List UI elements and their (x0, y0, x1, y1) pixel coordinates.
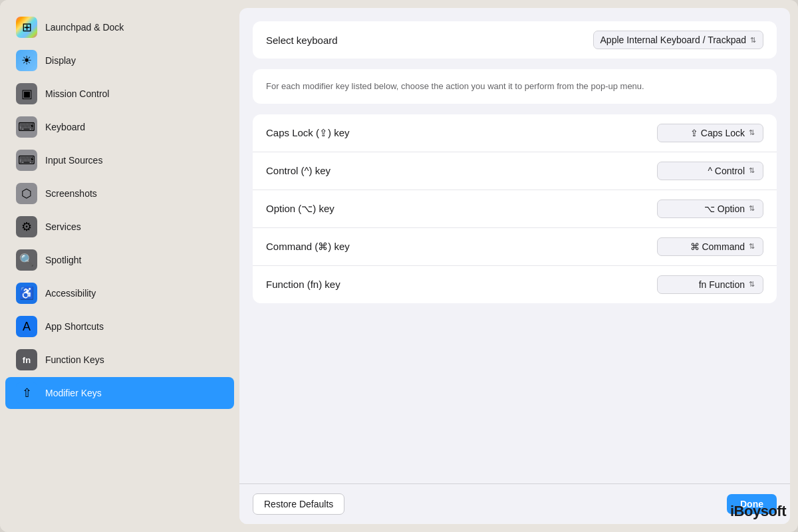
accessibility-icon: ♿ (16, 283, 37, 304)
restore-defaults-button[interactable]: Restore Defaults (253, 493, 344, 515)
modifier-row-3: Command (⌘) key⌘ Command⇅ (253, 228, 777, 266)
sidebar-item-launchpad[interactable]: ⊞Launchpad & Dock (5, 11, 234, 43)
modifier-label-2: Option (⌥) key (266, 203, 334, 215)
launchpad-icon: ⊞ (16, 17, 37, 38)
sidebar-label-screenshots: Screenshots (45, 188, 97, 199)
modifier-row-2: Option (⌥) key⌥ Option⇅ (253, 190, 777, 228)
spotlight-icon: 🔍 (16, 249, 37, 271)
modifier-value-dropdown-2[interactable]: ⌥ Option⇅ (657, 200, 763, 218)
modifier-value-dropdown-0[interactable]: ⇪ Caps Lock⇅ (657, 124, 763, 142)
modifier-value-dropdown-1[interactable]: ^ Control⇅ (657, 162, 763, 180)
sidebar-item-screenshots[interactable]: ⬡Screenshots (5, 178, 234, 209)
input-icon: ⌨ (16, 150, 37, 171)
sidebar-label-services: Services (45, 221, 81, 232)
sidebar-item-accessibility[interactable]: ♿Accessibility (5, 277, 234, 309)
sidebar-item-input[interactable]: ⌨Input Sources (5, 144, 234, 176)
chevron-updown-icon: ⇅ (750, 36, 756, 45)
modifier-value-dropdown-3[interactable]: ⌘ Command⇅ (657, 237, 763, 256)
modifier-row-1: Control (^) key^ Control⇅ (253, 152, 777, 190)
main-content: Select keyboard Apple Internal Keyboard … (239, 8, 790, 524)
modifier-value-text-2: ⌥ Option (704, 203, 745, 214)
mission-icon: ▣ (16, 83, 37, 104)
modifier-chevron-icon-4: ⇅ (749, 280, 755, 289)
keyboard-selector-label: Select keyboard (266, 35, 338, 46)
fnkeys-icon: fn (16, 349, 37, 370)
sidebar-label-appshortcuts: App Shortcuts (45, 321, 104, 332)
modifier-label-0: Caps Lock (⇪) key (266, 127, 350, 139)
description-card: For each modifier key listed below, choo… (253, 69, 777, 104)
sidebar-label-display: Display (45, 55, 76, 66)
watermark-brand: Boysoft (734, 503, 786, 519)
modifier-chevron-icon-0: ⇅ (749, 128, 755, 137)
modifier-row-0: Caps Lock (⇪) key⇪ Caps Lock⇅ (253, 114, 777, 152)
keyboard-selector-dropdown[interactable]: Apple Internal Keyboard / Trackpad ⇅ (593, 31, 763, 49)
modifier-row-4: Function (fn) keyfn Function⇅ (253, 266, 777, 303)
watermark: iBoysoft (730, 503, 786, 520)
sidebar-item-mission[interactable]: ▣Mission Control (5, 78, 234, 110)
window: ⊞Launchpad & Dock☀Display▣Mission Contro… (0, 0, 798, 532)
sidebar-item-display[interactable]: ☀Display (5, 45, 234, 76)
keyboard-selector-row: Select keyboard Apple Internal Keyboard … (253, 21, 777, 59)
screenshots-icon: ⬡ (16, 183, 37, 204)
sidebar-label-fnkeys: Function Keys (45, 354, 104, 365)
keyboard-selector-value-text: Apple Internal Keyboard / Trackpad (600, 35, 746, 45)
description-text: For each modifier key listed below, choo… (266, 80, 763, 93)
modifier-value-text-1: ^ Control (708, 166, 745, 176)
modifier-value-dropdown-4[interactable]: fn Function⇅ (657, 275, 763, 294)
modifier-chevron-icon-1: ⇅ (749, 166, 755, 175)
modifier-label-4: Function (fn) key (266, 279, 340, 290)
modifier-value-text-3: ⌘ Command (690, 241, 745, 252)
modifier-chevron-icon-2: ⇅ (749, 204, 755, 213)
keyboard-icon: ⌨ (16, 116, 37, 138)
modifier-label-3: Command (⌘) key (266, 241, 350, 253)
bottom-bar: Restore Defaults Done (239, 483, 790, 524)
sidebar-label-modifier: Modifier Keys (45, 388, 102, 398)
appshortcuts-icon: A (16, 316, 37, 337)
modifier-icon: ⇧ (16, 382, 37, 404)
sidebar-item-spotlight[interactable]: 🔍Spotlight (5, 244, 234, 276)
sidebar-item-appshortcuts[interactable]: AApp Shortcuts (5, 311, 234, 342)
modifier-value-text-0: ⇪ Caps Lock (690, 128, 745, 138)
sidebar: ⊞Launchpad & Dock☀Display▣Mission Contro… (0, 0, 239, 532)
sidebar-item-services[interactable]: ⚙Services (5, 211, 234, 243)
modifier-keys-card: Caps Lock (⇪) key⇪ Caps Lock⇅Control (^)… (253, 114, 777, 303)
sidebar-label-spotlight: Spotlight (45, 255, 81, 265)
modifier-label-1: Control (^) key (266, 165, 331, 176)
services-icon: ⚙ (16, 216, 37, 237)
sidebar-item-fnkeys[interactable]: fnFunction Keys (5, 344, 234, 376)
modifier-chevron-icon-3: ⇅ (749, 242, 755, 251)
sidebar-label-keyboard: Keyboard (45, 122, 85, 132)
modifier-value-text-4: fn Function (699, 279, 745, 290)
keyboard-selector-card: Select keyboard Apple Internal Keyboard … (253, 21, 777, 59)
content-body: Select keyboard Apple Internal Keyboard … (239, 8, 790, 483)
sidebar-item-modifier[interactable]: ⇧Modifier Keys (5, 377, 234, 409)
sidebar-label-accessibility: Accessibility (45, 288, 96, 299)
sidebar-label-mission: Mission Control (45, 88, 109, 99)
sidebar-label-launchpad: Launchpad & Dock (45, 22, 124, 33)
sidebar-item-keyboard[interactable]: ⌨Keyboard (5, 111, 234, 143)
display-icon: ☀ (16, 50, 37, 71)
sidebar-label-input: Input Sources (45, 155, 102, 166)
